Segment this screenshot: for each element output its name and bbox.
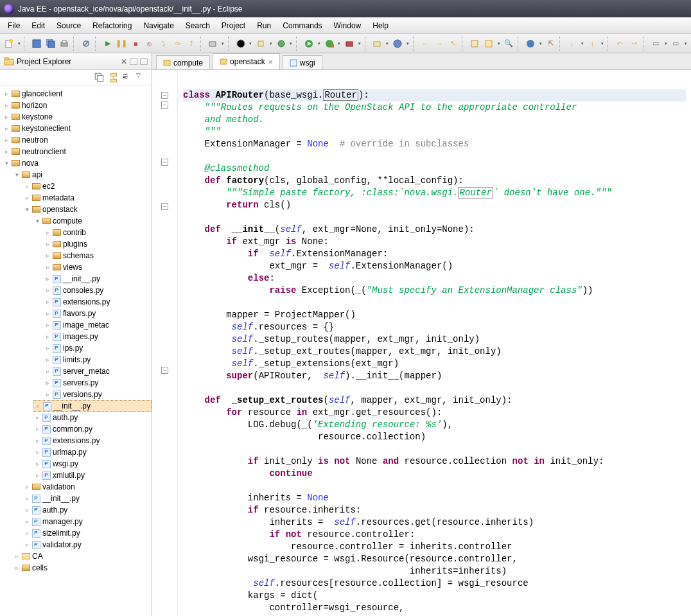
prev-annotation-button[interactable]: ↑ (586, 37, 599, 50)
collapse-all-icon[interactable] (94, 72, 105, 84)
tree-item[interactable]: ▹Pxmlutil.py (33, 470, 152, 481)
menu-window[interactable]: Window (329, 19, 367, 32)
tree-item[interactable]: ▹Pimage_metac (44, 319, 152, 331)
tree-item[interactable]: ▹horizon (3, 100, 152, 111)
dropdown-icon[interactable]: ▾ (538, 41, 543, 46)
pause-button[interactable]: ❚❚ (115, 37, 128, 50)
tree-arrow-icon[interactable]: ▹ (23, 183, 31, 189)
skip-breakpoints-button[interactable] (80, 37, 92, 50)
external-tools-button[interactable] (343, 37, 356, 50)
tree-item[interactable]: ▹Purlmap.py (33, 446, 152, 458)
view-menu-icon[interactable]: ▽ (136, 72, 148, 84)
tree-arrow-icon[interactable]: ▹ (23, 530, 31, 536)
fold-icon[interactable]: − (161, 367, 168, 374)
tree-arrow-icon[interactable]: ▹ (44, 333, 51, 340)
dropdown-icon[interactable]: ▾ (17, 41, 22, 46)
tree-arrow-icon[interactable]: ▹ (33, 437, 41, 444)
tree-item[interactable]: ▹Pimages.py (44, 331, 152, 342)
redo-button[interactable]: ⤻ (628, 37, 641, 50)
profile-button[interactable] (254, 37, 267, 50)
tree-arrow-icon[interactable]: ▹ (44, 229, 51, 236)
menu-help[interactable]: Help (367, 19, 394, 32)
search-button[interactable]: 🔍 (502, 37, 515, 50)
tree-item[interactable]: ▹Pflavors.py (44, 308, 152, 319)
tree-item[interactable]: ▹Pservers.py (44, 377, 152, 389)
tree-arrow-icon[interactable]: ▹ (33, 414, 41, 421)
tree-item[interactable]: ▹keystoneclient (3, 123, 152, 134)
tree-arrow-icon[interactable]: ▹ (34, 403, 42, 409)
dropdown-icon[interactable]: ▾ (220, 41, 225, 46)
fold-icon[interactable]: − (161, 159, 168, 166)
print-button[interactable] (58, 37, 71, 50)
tree-arrow-icon[interactable]: ▹ (44, 310, 51, 317)
dropdown-icon[interactable]: ▾ (580, 41, 585, 46)
dropdown-icon[interactable]: ▾ (249, 41, 254, 46)
tree-arrow-icon[interactable]: ▹ (33, 426, 41, 432)
run-last-button[interactable] (323, 37, 336, 50)
menu-search[interactable]: Search (180, 19, 215, 32)
dropdown-icon[interactable]: ▾ (683, 41, 688, 46)
step-over-button[interactable]: ⤼ (171, 37, 184, 50)
tree-arrow-icon[interactable]: ▹ (44, 299, 51, 305)
save-button[interactable] (30, 37, 43, 50)
tree-arrow-icon[interactable]: ▹ (23, 507, 31, 513)
zoom-button[interactable]: ▭ (649, 37, 662, 50)
new-button[interactable] (3, 37, 15, 50)
view-maximize-icon[interactable] (140, 58, 148, 65)
tree-arrow-icon[interactable]: ▹ (44, 276, 51, 282)
new-class-button[interactable] (391, 37, 404, 50)
tree-arrow-icon[interactable]: ▹ (44, 345, 51, 351)
tree-item[interactable]: ▹Pmanager.py (23, 516, 152, 527)
tree-arrow-icon[interactable]: ▹ (44, 368, 51, 374)
dropdown-icon[interactable]: ▾ (357, 41, 362, 46)
open-task-button[interactable] (482, 37, 495, 50)
tree-arrow-icon[interactable]: ▹ (23, 518, 31, 525)
link-editor-icon[interactable] (108, 72, 119, 84)
stop-button[interactable]: ■ (129, 37, 142, 50)
nav-fwd-button[interactable]: → (433, 37, 446, 50)
save-all-button[interactable] (44, 37, 57, 50)
tree-item[interactable]: ▹glanceclient (3, 88, 152, 100)
resume-button[interactable]: ▶ (101, 37, 114, 50)
tree-item[interactable]: ▾api (13, 169, 152, 180)
tree-item[interactable]: ▾nova (3, 157, 152, 169)
tree-item[interactable]: ▹schemas (44, 250, 152, 261)
tree-item[interactable]: ▹Psizelimit.py (23, 527, 152, 539)
tree-item[interactable]: ▹P__init__.py (44, 273, 152, 285)
color-picker-button[interactable] (234, 37, 247, 50)
tree-arrow-icon[interactable]: ▹ (13, 565, 21, 571)
tab-wsgi[interactable]: wsgi (283, 55, 322, 69)
tree-item[interactable]: ▹ec2 (23, 180, 152, 192)
tree-item[interactable]: ▹contrib (44, 227, 152, 238)
tree-arrow-icon[interactable]: ▹ (3, 91, 10, 97)
menu-edit[interactable]: Edit (26, 19, 50, 32)
tree-item[interactable]: ▹Pwsgi.py (33, 458, 152, 470)
dropdown-icon[interactable]: ▾ (289, 41, 294, 46)
menu-commands[interactable]: Commands (277, 19, 327, 32)
tree-item[interactable]: ▹plugins (44, 238, 152, 250)
tree-item[interactable]: ▹Pextensions.py (33, 435, 152, 446)
pin-button[interactable]: ⇱ (544, 37, 557, 50)
tree-item[interactable]: ▹cells (13, 562, 152, 574)
tree-item[interactable]: ▹P__init__.py (23, 493, 152, 504)
tree-item[interactable]: ▾openstack (23, 204, 152, 215)
dropdown-icon[interactable]: ▾ (600, 41, 605, 46)
new-package-button[interactable] (371, 37, 384, 50)
view-minimize-icon[interactable] (130, 58, 137, 65)
next-annotation-button[interactable]: ↓ (566, 37, 579, 50)
nav-up-button[interactable]: ↖ (447, 37, 460, 50)
run-button[interactable] (302, 37, 315, 50)
focus-task-icon[interactable]: ⚟ (122, 72, 134, 84)
dropdown-icon[interactable]: ▾ (337, 41, 342, 46)
fold-icon[interactable]: − (161, 203, 168, 210)
fold-icon[interactable]: − (161, 101, 168, 109)
tree-arrow-icon[interactable]: ▹ (33, 449, 41, 455)
menu-source[interactable]: Source (51, 19, 86, 32)
step-into-button[interactable]: ⤵ (157, 37, 170, 50)
tree-item[interactable]: ▹CA (13, 550, 152, 562)
tree-arrow-icon[interactable]: ▹ (23, 195, 31, 201)
dropdown-icon[interactable]: ▾ (385, 41, 390, 46)
close-button[interactable]: ▭ (670, 37, 683, 50)
tree-arrow-icon[interactable]: ▹ (3, 148, 10, 155)
tree-item[interactable]: ▹Pversions.py (44, 389, 152, 400)
